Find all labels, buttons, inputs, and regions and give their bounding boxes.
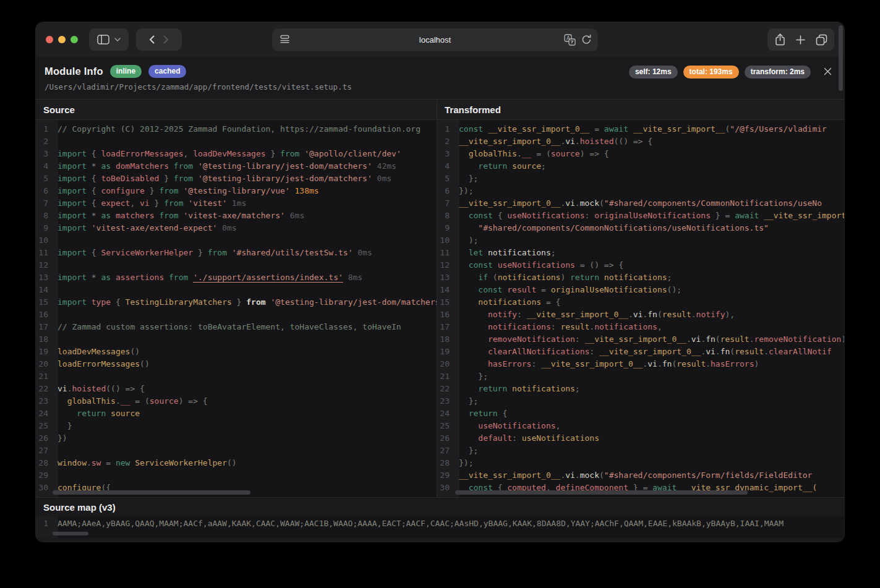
line-number: 11 bbox=[437, 247, 455, 259]
code-token: result bbox=[720, 334, 750, 344]
code-token: } bbox=[232, 297, 246, 307]
line-number: 7 bbox=[36, 197, 53, 210]
code-token: const bbox=[478, 285, 507, 294]
code-line: 10 ); bbox=[437, 234, 844, 247]
code-token: (() => { bbox=[613, 137, 652, 146]
line-content: ); bbox=[455, 234, 478, 247]
sourcemap-title: Source map (v3) bbox=[36, 498, 844, 516]
code-token: result bbox=[677, 359, 706, 369]
code-token: }; bbox=[459, 446, 478, 455]
code-token: 0ms bbox=[352, 248, 372, 257]
line-content: default: useNotifications bbox=[455, 432, 599, 445]
line-content: const { useNotifications: originalUseNot… bbox=[455, 210, 844, 222]
code-token: from bbox=[246, 297, 270, 307]
code-token: useNotifications bbox=[478, 421, 555, 430]
code-token bbox=[459, 223, 478, 232]
sourcemap-horizontal-scrollbar[interactable] bbox=[53, 532, 88, 535]
close-button[interactable] bbox=[821, 64, 834, 78]
code-token: () bbox=[227, 458, 237, 467]
line-content: }); bbox=[455, 185, 473, 197]
code-line: 13 if (notifications) return notificatio… bbox=[437, 271, 844, 284]
new-tab-icon[interactable] bbox=[796, 35, 805, 45]
code-line: 26}) bbox=[36, 432, 437, 445]
code-token: import bbox=[58, 161, 92, 171]
line-content: }) bbox=[53, 432, 67, 445]
code-token: notifications bbox=[488, 248, 551, 257]
sourcemap-section: Source map (v3) 1AAMA;AAeA,yBAAG,QAAQ,MA… bbox=[36, 497, 844, 538]
close-window-button[interactable] bbox=[46, 36, 53, 43]
code-token: useNotifications bbox=[507, 211, 584, 220]
code-token: removeNotification bbox=[488, 334, 575, 344]
line-content bbox=[53, 234, 58, 247]
code-token: 42ms bbox=[372, 161, 396, 171]
code-token: } bbox=[266, 149, 280, 158]
code-line: 29 bbox=[36, 469, 437, 482]
code-token: expect bbox=[101, 198, 130, 208]
code-token: useNotifications bbox=[498, 260, 575, 270]
line-content: return notifications; bbox=[455, 383, 580, 395]
line-number: 24 bbox=[437, 407, 455, 420]
back-button[interactable] bbox=[149, 35, 155, 44]
code-token: = ( bbox=[130, 396, 149, 406]
code-token: // Copyright (C) 2012-2025 Zammad Founda… bbox=[58, 124, 421, 134]
code-token: : bbox=[531, 359, 541, 369]
code-token: '@testing-library/jest-dom/matchers' bbox=[198, 174, 372, 183]
code-token: AAMA;AAeA,yBAAG,QAAQ,MAAM;AACf,aAAW,KAAK… bbox=[58, 519, 784, 528]
line-content: return source; bbox=[455, 160, 546, 173]
code-token: (); bbox=[667, 285, 681, 294]
sidebar-toggle-button[interactable] bbox=[89, 28, 129, 51]
code-token: removeNotification bbox=[754, 334, 841, 344]
code-token bbox=[459, 359, 488, 369]
tabs-overview-icon[interactable] bbox=[816, 34, 827, 46]
reader-icon[interactable] bbox=[280, 34, 290, 45]
line-number: 19 bbox=[36, 346, 53, 358]
line-content: removeNotification: __vite_ssr_import_0_… bbox=[455, 333, 844, 346]
code-line: 5import { toBeDisabled } from '@testing-… bbox=[36, 173, 437, 185]
translate-icon[interactable]: A bbox=[564, 34, 576, 46]
line-number: 7 bbox=[437, 197, 455, 210]
navigation-buttons bbox=[136, 28, 182, 51]
line-number: 14 bbox=[36, 284, 53, 296]
code-line: 28window.sw = new ServiceWorkerHelper() bbox=[36, 457, 437, 469]
url-field[interactable]: localhost A bbox=[272, 28, 598, 51]
file-link[interactable]: './support/assertions/index.ts' bbox=[193, 273, 343, 282]
code-token: "/@fs/Users/vladimir bbox=[730, 124, 827, 134]
line-content: window.sw = new ServiceWorkerHelper() bbox=[53, 457, 237, 469]
line-content: globalThis.__ = (source) => { bbox=[455, 148, 609, 160]
line-content: notify: __vite_ssr_import_0__.vi.fn(resu… bbox=[455, 309, 735, 321]
transformed-horizontal-scrollbar[interactable] bbox=[455, 490, 748, 495]
code-token bbox=[459, 211, 469, 220]
line-number: 29 bbox=[437, 469, 455, 482]
line-content: const result = originalUseNotifications(… bbox=[455, 284, 681, 296]
line-content: vi.hoisted(() => { bbox=[53, 383, 145, 395]
code-token bbox=[58, 409, 77, 418]
reload-icon[interactable] bbox=[581, 34, 592, 46]
code-token: __vite_ssr_import_0__ bbox=[488, 124, 589, 134]
source-panel: Source 1// Copyright (C) 2012-2025 Zamma… bbox=[36, 100, 437, 497]
code-line: 23 globalThis.__ = (source) => { bbox=[36, 395, 437, 407]
code-token: } bbox=[145, 186, 159, 195]
line-content bbox=[53, 309, 58, 321]
forward-button[interactable] bbox=[163, 35, 169, 44]
url-text: localhost bbox=[419, 35, 451, 45]
line-content: import { loadErrorMessages, loadDevMessa… bbox=[53, 148, 401, 160]
code-token: . bbox=[686, 334, 691, 344]
code-token: ) bbox=[754, 359, 759, 369]
share-icon[interactable] bbox=[775, 33, 785, 46]
zoom-window-button[interactable] bbox=[70, 36, 78, 43]
minimize-window-button[interactable] bbox=[58, 36, 66, 43]
code-token: __vite_ssr_import_0__ bbox=[459, 137, 560, 146]
code-token: ), bbox=[725, 310, 735, 319]
code-line: 7__vite_ssr_import_0__.vi.mock("#shared/… bbox=[437, 197, 844, 210]
line-number: 25 bbox=[36, 420, 53, 432]
code-token: globalThis bbox=[469, 149, 517, 158]
code-token: = { bbox=[541, 297, 560, 307]
code-line: 27 }; bbox=[437, 445, 844, 457]
code-token: ( bbox=[730, 347, 735, 356]
line-number: 3 bbox=[36, 148, 53, 160]
code-token: }); bbox=[459, 186, 473, 195]
code-line: 16 bbox=[36, 309, 437, 321]
source-horizontal-scrollbar[interactable] bbox=[53, 490, 250, 495]
code-token bbox=[459, 384, 478, 393]
code-token: 6ms bbox=[285, 211, 304, 220]
